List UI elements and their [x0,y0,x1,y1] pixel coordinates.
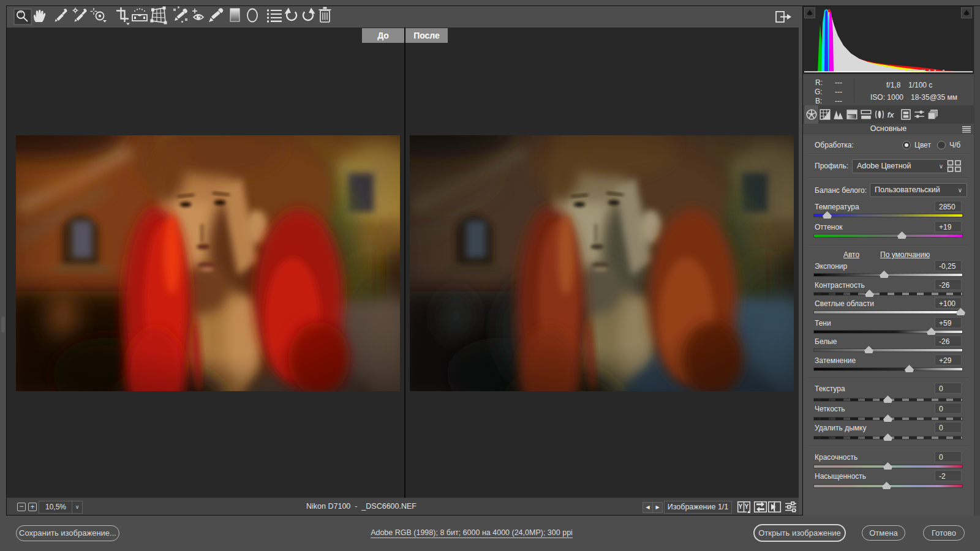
svg-text:fx: fx [887,111,894,119]
svg-text:Y: Y [739,503,743,510]
svg-text:Y: Y [745,503,749,510]
